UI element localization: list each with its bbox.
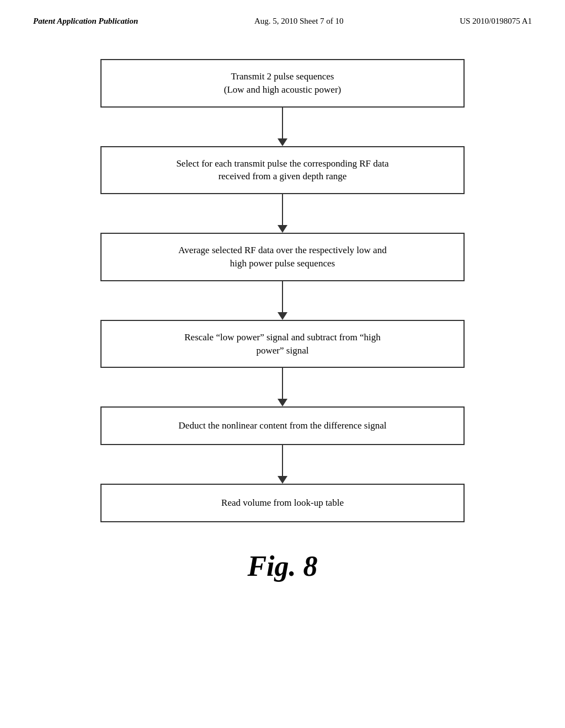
arrow-head-2 <box>278 225 287 233</box>
arrow-head-4 <box>278 399 287 406</box>
arrow-3 <box>278 281 287 320</box>
flowchart-box-3: Average selected RF data over the respec… <box>100 233 465 281</box>
arrow-line-3 <box>282 281 283 312</box>
figure-label: Fig. 8 <box>0 550 565 582</box>
arrow-head-1 <box>278 138 287 146</box>
patent-number-label: US 2010/0198075 A1 <box>460 17 532 26</box>
publication-label: Patent Application Publication <box>33 17 138 26</box>
flowchart-box-2-text: Select for each transmit pulse the corre… <box>176 157 388 184</box>
flowchart-box-6: Read volume from look-up table <box>100 484 465 522</box>
arrow-line-1 <box>282 108 283 138</box>
page-header: Patent Application Publication Aug. 5, 2… <box>0 0 565 26</box>
flowchart-box-6-text: Read volume from look-up table <box>221 496 344 510</box>
arrow-line-5 <box>282 445 283 476</box>
flowchart-box-3-text: Average selected RF data over the respec… <box>178 244 386 270</box>
flowchart-box-4-text: Rescale “low power” signal and subtract … <box>184 331 380 357</box>
arrow-4 <box>278 368 287 406</box>
arrow-1 <box>278 108 287 146</box>
arrow-head-5 <box>278 476 287 484</box>
date-sheet-label: Aug. 5, 2010 Sheet 7 of 10 <box>254 17 344 26</box>
flowchart-box-5-text: Deduct the nonlinear content from the di… <box>179 419 387 432</box>
arrow-2 <box>278 194 287 233</box>
flowchart-box-4: Rescale “low power” signal and subtract … <box>100 320 465 368</box>
arrow-head-3 <box>278 312 287 320</box>
flowchart-box-2: Select for each transmit pulse the corre… <box>100 146 465 195</box>
arrow-line-4 <box>282 368 283 399</box>
flowchart-box-1-text: Transmit 2 pulse sequences(Low and high … <box>224 70 341 97</box>
flowchart-box-5: Deduct the nonlinear content from the di… <box>100 406 465 445</box>
arrow-line-2 <box>282 194 283 225</box>
flowchart-diagram: Transmit 2 pulse sequences(Low and high … <box>0 26 565 533</box>
arrow-5 <box>278 445 287 484</box>
flowchart-box-1: Transmit 2 pulse sequences(Low and high … <box>100 59 465 108</box>
